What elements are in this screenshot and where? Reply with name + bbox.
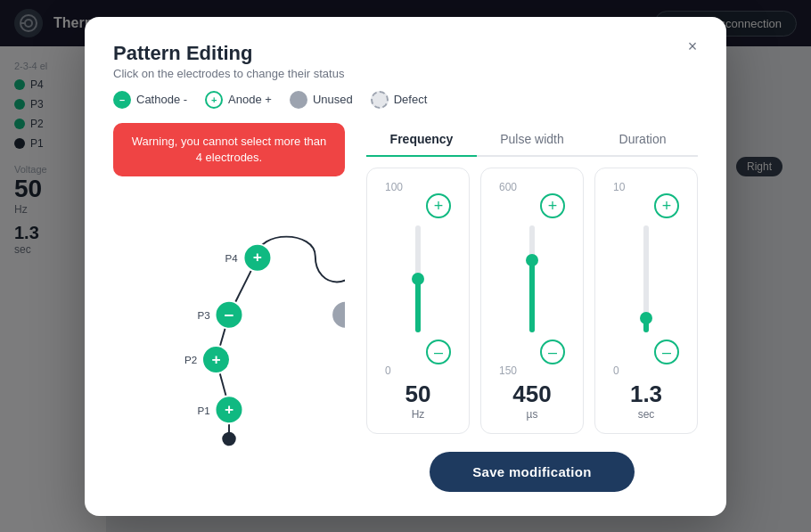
tab-pulse-width[interactable]: Pulse width [477, 123, 587, 157]
defect-dot [371, 91, 389, 109]
frequency-track[interactable] [415, 225, 421, 332]
legend-unused: Unused [290, 91, 353, 109]
duration-max: 10 [613, 181, 625, 193]
duration-plus-button[interactable]: + [654, 193, 679, 218]
pulse-width-fill [529, 260, 535, 331]
frequency-value: 50 [406, 381, 431, 408]
anode-label: Anode + [228, 93, 272, 106]
svg-text:P1: P1 [198, 404, 210, 415]
svg-text:+: + [253, 248, 262, 266]
pulse-width-unit: µs [512, 408, 551, 421]
save-modification-button[interactable]: Save modification [430, 452, 634, 492]
duration-controls: + – [606, 193, 686, 364]
duration-slider-card: 10 + – 0 [594, 168, 698, 434]
pulse-width-plus-button[interactable]: + [540, 193, 565, 218]
legend: – Cathode - + Anode + Unused Defect [113, 91, 698, 109]
modal-body: Warning, you cannot select more than 4 e… [113, 123, 698, 492]
frequency-unit: Hz [406, 408, 431, 421]
legend-anode: + Anode + [205, 91, 272, 109]
modal-title: Pattern Editing [113, 42, 698, 65]
pulse-width-value-display: 450 µs [512, 381, 551, 421]
duration-track-container [606, 218, 686, 340]
frequency-min: 0 [385, 364, 391, 377]
unused-label: Unused [313, 93, 353, 106]
legend-cathode: – Cathode - [113, 91, 187, 109]
save-btn-row: Save modification [366, 452, 698, 492]
svg-text:+: + [225, 400, 233, 418]
pulse-width-minus-button[interactable]: – [540, 340, 565, 364]
frequency-minus-button[interactable]: – [426, 340, 451, 364]
electrode-panel: Warning, you cannot select more than 4 e… [113, 123, 345, 492]
duration-value-display: 1.3 sec [630, 381, 662, 421]
pulse-width-max: 600 [499, 181, 517, 193]
sliders-row: 100 + – 0 [366, 168, 698, 434]
unused-dot [290, 91, 307, 109]
warning-banner: Warning, you cannot select more than 4 e… [113, 123, 345, 176]
cathode-dot: – [113, 91, 131, 109]
pulse-width-track-container [492, 218, 572, 340]
frequency-value-display: 50 Hz [406, 381, 431, 421]
frequency-fill [415, 279, 421, 332]
anode-dot: + [205, 91, 223, 109]
frequency-plus-button[interactable]: + [426, 193, 451, 218]
duration-thumb[interactable] [640, 312, 652, 324]
electrode-P6[interactable] [332, 301, 345, 329]
bottom-dot [222, 432, 235, 446]
electrode-diagram: + P4 + P5 – P3 P6 + P2 [113, 187, 345, 454]
legend-defect: Defect [371, 91, 428, 109]
frequency-track-container [378, 218, 458, 340]
frequency-controls: + – [378, 193, 458, 364]
cathode-label: Cathode - [136, 93, 187, 106]
pulse-width-track[interactable] [529, 225, 535, 332]
modal-header: Pattern Editing Click on the electrodes … [113, 42, 698, 80]
svg-text:P2: P2 [184, 354, 197, 365]
frequency-thumb[interactable] [412, 273, 424, 285]
svg-text:–: – [225, 304, 234, 323]
duration-min: 0 [613, 364, 619, 377]
frequency-slider-card: 100 + – 0 [366, 168, 470, 434]
modal-subtitle: Click on the electrodes to change their … [113, 67, 698, 80]
tabs-row: Frequency Pulse width Duration [366, 123, 698, 157]
tab-frequency[interactable]: Frequency [366, 123, 477, 157]
duration-value: 1.3 [630, 381, 662, 408]
duration-track[interactable] [643, 225, 649, 332]
modal: × Pattern Editing Click on the electrode… [85, 17, 726, 516]
controls-panel: Frequency Pulse width Duration 100 + [366, 123, 698, 492]
pulse-width-controls: + – [492, 193, 572, 364]
svg-text:P4: P4 [225, 252, 238, 264]
tab-duration[interactable]: Duration [587, 123, 698, 157]
pulse-width-min: 150 [499, 364, 517, 377]
pulse-width-thumb[interactable] [526, 254, 538, 266]
pulse-width-slider-card: 600 + – 150 [480, 168, 584, 434]
pulse-width-value: 450 [512, 381, 551, 408]
svg-text:P3: P3 [198, 309, 210, 321]
duration-minus-button[interactable]: – [654, 340, 679, 364]
defect-label: Defect [394, 93, 428, 106]
duration-unit: sec [630, 408, 662, 421]
svg-text:+: + [211, 350, 220, 368]
modal-close-button[interactable]: × [680, 35, 705, 60]
modal-overlay: × Pattern Editing Click on the electrode… [0, 0, 811, 532]
frequency-max: 100 [385, 181, 403, 193]
